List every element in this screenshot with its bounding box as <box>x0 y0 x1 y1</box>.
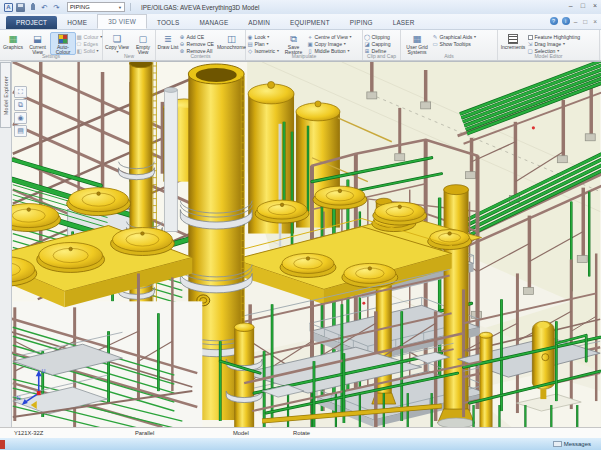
save-restore-button[interactable]: ⧉Save Restore <box>280 32 307 55</box>
increments-button[interactable]: Increments <box>499 32 527 55</box>
monochrome-button[interactable]: ◫Monochrome <box>217 32 246 55</box>
help-icon[interactable]: ? <box>550 17 558 25</box>
redo-icon[interactable]: ↷ <box>52 3 61 12</box>
show-tooltips-button[interactable]: ▭Show Tooltips <box>432 41 496 48</box>
current-view-button[interactable]: ⬓Current View <box>25 32 50 55</box>
graphical-aids-button[interactable]: ✎Graphical Aids▼ <box>432 34 496 41</box>
tab-tools[interactable]: TOOLS <box>147 16 190 29</box>
doc-close-button[interactable]: × <box>593 18 597 25</box>
ribbon-group-settings: ▦Graphics⬓Current ViewAuto-Colour▩Colour… <box>0 30 103 60</box>
show-tooltips-icon: ▭ <box>432 41 438 47</box>
tab-3d-view[interactable]: 3D VIEW <box>97 14 147 29</box>
group-label: Contents <box>156 53 245 59</box>
close-button[interactable]: × <box>593 2 597 10</box>
doc-restore-button[interactable]: □ <box>583 18 587 25</box>
capping-icon: ◪ <box>364 41 370 47</box>
copy-view-button[interactable]: ❏Copy View▼ <box>104 32 130 55</box>
minimize-button[interactable]: – <box>569 2 573 10</box>
copy-view-icon[interactable]: ⧉ <box>14 99 27 111</box>
group-label: New <box>103 53 155 59</box>
empty-view-icon: ▢ <box>137 33 149 44</box>
tab-project[interactable]: PROJECT <box>6 16 57 29</box>
clipping-icon: ◯ <box>364 34 370 40</box>
clipping-button[interactable]: ◯Clipping <box>364 34 401 41</box>
draw-list-icon: ≣ <box>162 33 174 44</box>
ribbon: ▦Graphics⬓Current ViewAuto-Colour▩Colour… <box>0 30 601 61</box>
add-ce-button[interactable]: ⊕Add CE <box>179 34 217 41</box>
title-bar: A ↶ ↷ PIPING▼ IPE/OILGAS: AVEVA Everythi… <box>0 0 601 14</box>
save-icon[interactable] <box>16 3 25 12</box>
ribbon-group-aids: ▦User Grid Systems✎Graphical Aids▼▭Show … <box>401 30 498 60</box>
status-bar: Y121X-32ZParallelModelRotate <box>0 427 601 438</box>
undo-icon[interactable]: ↶ <box>40 3 49 12</box>
group-label: Settings <box>0 53 102 59</box>
copy-image-icon: ▣ <box>307 41 313 47</box>
quick-combo[interactable]: PIPING▼ <box>67 2 125 12</box>
tab-admin[interactable]: ADMIN <box>238 16 280 29</box>
look-button[interactable]: ◉Look▼ <box>247 34 280 41</box>
auto-colour-button[interactable]: Auto-Colour <box>50 32 76 55</box>
tab-piping[interactable]: PIPING <box>340 16 383 29</box>
graphics-icon: ▦ <box>7 33 19 44</box>
colour-icon: ▩ <box>76 34 82 40</box>
feature-highlighting-button[interactable]: Feature Highlighting <box>527 34 598 41</box>
plan-icon: ▤ <box>247 41 253 47</box>
status-field-3: Rotate <box>293 430 310 436</box>
group-label: Aids <box>401 53 497 59</box>
graphics-button[interactable]: ▦Graphics <box>1 32 25 55</box>
tab-home[interactable]: HOME <box>57 16 97 29</box>
group-label: Manipulate <box>246 53 362 59</box>
attach-icon[interactable] <box>28 3 37 12</box>
ribbon-group-contents: ≣Draw List⊕Add CE⊖Remove CE⊗Remove All◫M… <box>156 30 246 60</box>
info-icon[interactable]: i <box>562 17 570 25</box>
task-bar: Messages <box>0 438 601 450</box>
tab-equipment[interactable]: EQUIPMENT <box>280 16 340 29</box>
tab-laser[interactable]: LASER <box>383 16 425 29</box>
current-view-icon: ⬓ <box>32 33 44 44</box>
copy-image-button[interactable]: ▣Copy Image▼ <box>307 41 363 48</box>
eye-icon[interactable]: ◉ <box>14 112 27 124</box>
messages-icon <box>553 441 562 447</box>
svg-text:N: N <box>17 395 21 401</box>
increments-icon <box>507 33 519 44</box>
checkbox-icon <box>527 34 533 40</box>
status-field-1: Parallel <box>135 430 154 436</box>
snapshot-icon[interactable]: ⛶ <box>14 86 27 98</box>
remove-ce-icon: ⊖ <box>179 41 185 47</box>
aveva-logo-icon[interactable]: A <box>4 3 13 12</box>
3d-viewport[interactable]: UN <box>12 61 601 427</box>
svg-text:U: U <box>42 368 46 374</box>
tab-manage[interactable]: MANAGE <box>189 16 238 29</box>
plan-button[interactable]: ▤Plan▼ <box>247 41 280 48</box>
ribbon-group-manipulate: ◉Look▼▤Plan▼◇Isometric▼⧉Save Restore⌖Cen… <box>246 30 363 60</box>
draw-list-button[interactable]: ≣Draw List <box>157 32 179 55</box>
edges-button[interactable]: ⬠Edges <box>76 41 103 48</box>
print-icon[interactable]: ▤ <box>14 125 27 137</box>
maximize-button[interactable]: □ <box>581 2 585 10</box>
ribbon-tab-bar: PROJECTHOME3D VIEWTOOLSMANAGEADMINEQUIPM… <box>0 14 601 30</box>
edges-icon: ⬠ <box>76 41 82 47</box>
drag-image-icon: ⇲ <box>527 41 533 47</box>
monochrome-icon: ◫ <box>226 33 238 44</box>
doc-minimize-button[interactable]: – <box>574 18 578 25</box>
messages-button[interactable]: Messages <box>553 441 601 447</box>
colour-button[interactable]: ▩Colour▼ <box>76 34 103 41</box>
centre-of-view-button[interactable]: ⌖Centre of View▼ <box>307 34 363 41</box>
remove-ce-button[interactable]: ⊖Remove CE <box>179 41 217 48</box>
drag-image-button[interactable]: ⇲Drag Image▼ <box>527 41 598 48</box>
empty-view-button[interactable]: ▢Empty View <box>130 32 156 55</box>
ribbon-group-new: ❏Copy View▼▢Empty ViewNew <box>103 30 156 60</box>
user-grid-icon: ▦ <box>411 33 423 44</box>
save-restore-icon: ⧉ <box>288 33 300 44</box>
graphical-aids-icon: ✎ <box>432 34 438 40</box>
model-explorer-tab[interactable]: Model Explorer <box>0 62 11 128</box>
add-ce-icon: ⊕ <box>179 34 185 40</box>
viewport-toolbar: ⛶⧉◉▤ <box>14 86 27 137</box>
taskbar-app-icon[interactable] <box>0 440 5 449</box>
capping-button[interactable]: ◪Capping <box>364 41 401 48</box>
group-label: Model Editor <box>498 53 599 59</box>
user-grid-systems-button[interactable]: ▦User Grid Systems <box>402 32 432 55</box>
document-controls: ? i – □ × <box>550 17 597 25</box>
separator <box>130 3 131 11</box>
copy-view-icon: ❏ <box>111 33 123 44</box>
